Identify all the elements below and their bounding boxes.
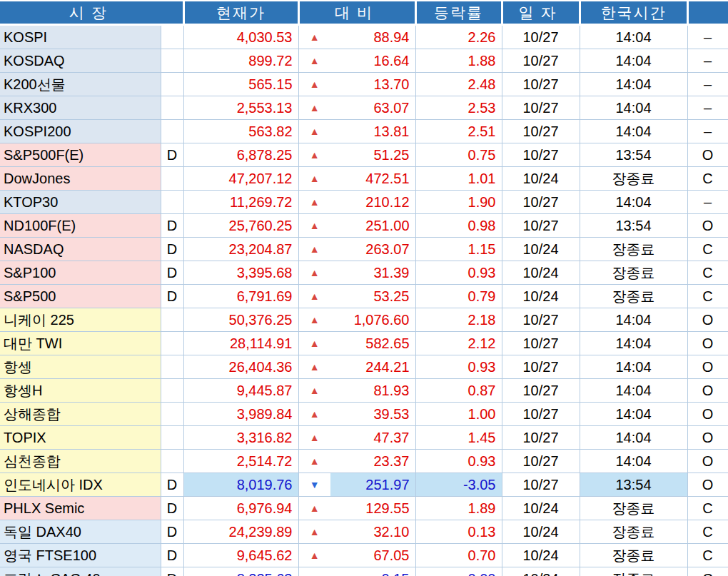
delayed-flag-cell: D: [161, 473, 183, 497]
market-name-cell: 인도네시아 IDX: [0, 473, 161, 497]
change-value-cell: 51.25: [330, 143, 415, 167]
market-row[interactable]: 항셍H 9,445.87 ▲ 81.93 0.87 10/27 14:04 O: [0, 379, 728, 403]
market-status-cell: –: [687, 120, 728, 143]
date-cell: 10/24: [502, 261, 580, 285]
market-name-cell: K200선물: [0, 73, 161, 96]
change-triangle-icon: ▲: [298, 285, 330, 308]
change-triangle-icon: ▲: [298, 450, 330, 473]
change-triangle-icon: ▲: [298, 167, 330, 191]
change-rate-cell: 0.75: [415, 143, 502, 167]
market-row[interactable]: 상해종합 3,989.84 ▲ 39.53 1.00 10/27 14:04 O: [0, 403, 728, 426]
market-row[interactable]: KOSDAQ 899.72 ▲ 16.64 1.88 10/27 14:04 –: [0, 49, 728, 73]
market-status-cell: O: [687, 473, 728, 497]
market-row[interactable]: KRX300 2,553.13 ▲ 63.07 2.53 10/27 14:04…: [0, 96, 728, 120]
market-row[interactable]: 심천종합 2,514.72 ▲ 23.37 0.93 10/27 14:04 O: [0, 450, 728, 473]
korea-time-cell: 장종료: [580, 497, 687, 520]
change-rate-cell: 0.93: [415, 450, 502, 473]
market-status-cell: O: [687, 379, 728, 403]
change-rate-cell: 2.53: [415, 96, 502, 120]
change-rate-cell: 2.12: [415, 332, 502, 355]
delayed-flag-cell: [161, 450, 183, 473]
korea-time-cell: 14:04: [580, 49, 687, 73]
market-status-cell: –: [687, 49, 728, 73]
change-triangle-icon: ▲: [298, 238, 330, 261]
change-triangle-icon: ▲: [298, 49, 330, 73]
change-triangle-icon: ▲: [298, 214, 330, 238]
korea-time-cell: 장종료: [580, 520, 687, 544]
market-row[interactable]: 대만 TWI 28,114.91 ▲ 582.65 2.12 10/27 14:…: [0, 332, 728, 355]
change-rate-cell: 2.18: [415, 308, 502, 332]
change-value-cell: 39.53: [330, 403, 415, 426]
market-row[interactable]: K200선물 565.15 ▲ 13.70 2.48 10/27 14:04 –: [0, 73, 728, 96]
market-row[interactable]: PHLX Semic D 6,976.94 ▲ 129.55 1.89 10/2…: [0, 497, 728, 520]
current-price-cell: 2,514.72: [183, 450, 298, 473]
header-current-price: 현재가: [183, 1, 298, 25]
change-value-cell: 31.39: [330, 261, 415, 285]
current-price-cell: 26,404.36: [183, 355, 298, 379]
market-status-cell: –: [687, 25, 728, 49]
delayed-flag-cell: [161, 96, 183, 120]
delayed-flag-cell: [161, 403, 183, 426]
market-status-cell: C: [687, 567, 728, 576]
change-value-cell: 251.00: [330, 214, 415, 238]
delayed-flag-cell: [161, 355, 183, 379]
delayed-flag-cell: [161, 167, 183, 191]
change-value-cell: 53.25: [330, 285, 415, 308]
market-status-cell: O: [687, 403, 728, 426]
change-rate-cell: -3.05: [415, 473, 502, 497]
market-name-cell: 항셍: [0, 355, 161, 379]
market-row[interactable]: 프랑스 CAC 40 D 8,225.63 ▼ 0.15 0.00 10/24 …: [0, 567, 728, 576]
change-value-cell: 47.37: [330, 426, 415, 450]
market-row[interactable]: 항셍 26,404.36 ▲ 244.21 0.93 10/27 14:04 O: [0, 355, 728, 379]
market-status-cell: –: [687, 191, 728, 214]
current-price-cell: 565.15: [183, 73, 298, 96]
market-row[interactable]: KOSPI 4,030.53 ▲ 88.94 2.26 10/27 14:04 …: [0, 25, 728, 49]
market-row[interactable]: TOPIX 3,316.82 ▲ 47.37 1.45 10/27 14:04 …: [0, 426, 728, 450]
change-rate-cell: 0.87: [415, 379, 502, 403]
change-triangle-icon: ▲: [298, 96, 330, 120]
market-row[interactable]: NASDAQ D 23,204.87 ▲ 263.07 1.15 10/24 장…: [0, 238, 728, 261]
table-header: 시장 현재가 대비 등락률 일자 한국시간: [0, 1, 728, 25]
delayed-flag-cell: D: [161, 567, 183, 576]
market-row[interactable]: S&P500F(E) D 6,878.25 ▲ 51.25 0.75 10/27…: [0, 143, 728, 167]
korea-time-cell: 장종료: [580, 567, 687, 576]
change-triangle-icon: ▼: [298, 567, 330, 576]
market-row[interactable]: 니케이 225 50,376.25 ▲ 1,076.60 2.18 10/27 …: [0, 308, 728, 332]
korea-time-cell: 장종료: [580, 238, 687, 261]
current-price-cell: 24,239.89: [183, 520, 298, 544]
korea-time-cell: 장종료: [580, 261, 687, 285]
market-status-cell: O: [687, 426, 728, 450]
delayed-flag-cell: D: [161, 143, 183, 167]
market-row[interactable]: KOSPI200 563.82 ▲ 13.81 2.51 10/27 14:04…: [0, 120, 728, 143]
date-cell: 10/27: [502, 96, 580, 120]
delayed-flag-cell: [161, 332, 183, 355]
delayed-flag-cell: D: [161, 544, 183, 567]
market-row[interactable]: ND100F(E) D 25,760.25 ▲ 251.00 0.98 10/2…: [0, 214, 728, 238]
market-row[interactable]: KTOP30 11,269.72 ▲ 210.12 1.90 10/27 14:…: [0, 191, 728, 214]
current-price-cell: 6,791.69: [183, 285, 298, 308]
market-status-cell: O: [687, 450, 728, 473]
change-triangle-icon: ▲: [298, 25, 330, 49]
delayed-flag-cell: [161, 120, 183, 143]
change-rate-cell: 0.79: [415, 285, 502, 308]
change-rate-cell: 0.98: [415, 214, 502, 238]
market-status-cell: O: [687, 308, 728, 332]
market-name-cell: TOPIX: [0, 426, 161, 450]
korea-time-cell: 14:04: [580, 426, 687, 450]
current-price-cell: 28,114.91: [183, 332, 298, 355]
current-price-cell: 47,207.12: [183, 167, 298, 191]
korea-time-cell: 장종료: [580, 544, 687, 567]
header-status: [687, 1, 728, 25]
market-row[interactable]: 영국 FTSE100 D 9,645.62 ▲ 67.05 0.70 10/24…: [0, 544, 728, 567]
delayed-flag-cell: D: [161, 497, 183, 520]
change-value-cell: 251.97: [330, 473, 415, 497]
change-triangle-icon: ▲: [298, 379, 330, 403]
market-row[interactable]: DowJones 47,207.12 ▲ 472.51 1.01 10/24 장…: [0, 167, 728, 191]
change-rate-cell: 1.90: [415, 191, 502, 214]
market-row[interactable]: S&P500 D 6,791.69 ▲ 53.25 0.79 10/24 장종료…: [0, 285, 728, 308]
market-row[interactable]: 독일 DAX40 D 24,239.89 ▲ 32.10 0.13 10/24 …: [0, 520, 728, 544]
market-name-cell: DowJones: [0, 167, 161, 191]
change-value-cell: 67.05: [330, 544, 415, 567]
market-row[interactable]: S&P100 D 3,395.68 ▲ 31.39 0.93 10/24 장종료…: [0, 261, 728, 285]
market-row[interactable]: 인도네시아 IDX D 8,019.76 ▼ 251.97 -3.05 10/2…: [0, 473, 728, 497]
